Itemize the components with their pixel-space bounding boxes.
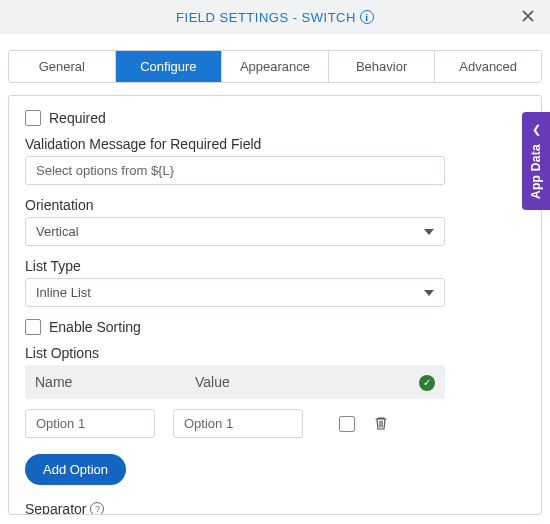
info-icon[interactable]: i xyxy=(360,10,374,24)
required-checkbox[interactable] xyxy=(25,110,41,126)
list-options-label: List Options xyxy=(25,345,525,361)
option-name-input[interactable] xyxy=(25,409,155,438)
option-row xyxy=(25,399,455,442)
required-label: Required xyxy=(49,110,106,126)
header-bar: FIELD SETTINGS - SWITCH i xyxy=(0,0,550,34)
validation-message-input[interactable] xyxy=(25,156,445,185)
col-value-header: Value xyxy=(195,374,375,390)
check-circle-icon: ✓ xyxy=(419,375,435,391)
tab-behavior[interactable]: Behavior xyxy=(329,51,436,82)
listtype-label: List Type xyxy=(25,258,525,274)
option-value-input[interactable] xyxy=(173,409,303,438)
chevron-left-icon: ❮ xyxy=(532,123,541,136)
tab-general[interactable]: General xyxy=(9,51,116,82)
tab-bar: General Configure Appearance Behavior Ad… xyxy=(8,50,542,83)
orientation-value: Vertical xyxy=(36,224,79,239)
chevron-down-icon xyxy=(424,229,434,235)
enable-sorting-label: Enable Sorting xyxy=(49,319,141,335)
configure-panel: Required Validation Message for Required… xyxy=(8,95,542,515)
listtype-select[interactable]: Inline List xyxy=(25,278,445,307)
title-text: FIELD SETTINGS - SWITCH xyxy=(176,10,356,25)
orientation-select[interactable]: Vertical xyxy=(25,217,445,246)
orientation-label: Orientation xyxy=(25,197,525,213)
separator-label: Separator ? xyxy=(25,501,525,515)
add-option-button[interactable]: Add Option xyxy=(25,454,126,485)
app-data-tab[interactable]: ❮ App Data xyxy=(522,112,550,210)
col-name-header: Name xyxy=(35,374,195,390)
validation-message-label: Validation Message for Required Field xyxy=(25,136,525,152)
tab-advanced[interactable]: Advanced xyxy=(435,51,541,82)
tab-appearance[interactable]: Appearance xyxy=(222,51,329,82)
help-icon[interactable]: ? xyxy=(90,502,104,515)
tab-configure[interactable]: Configure xyxy=(116,51,223,82)
enable-sorting-checkbox[interactable] xyxy=(25,319,41,335)
chevron-down-icon xyxy=(424,290,434,296)
app-data-label: App Data xyxy=(529,144,543,199)
page-title: FIELD SETTINGS - SWITCH i xyxy=(176,10,374,25)
close-button[interactable] xyxy=(516,3,540,31)
options-header: Name Value ✓ xyxy=(25,365,445,399)
delete-option-button[interactable] xyxy=(373,413,389,434)
option-default-checkbox[interactable] xyxy=(339,416,355,432)
separator-label-text: Separator xyxy=(25,501,86,515)
close-icon xyxy=(520,8,536,24)
listtype-value: Inline List xyxy=(36,285,91,300)
trash-icon xyxy=(373,415,389,431)
